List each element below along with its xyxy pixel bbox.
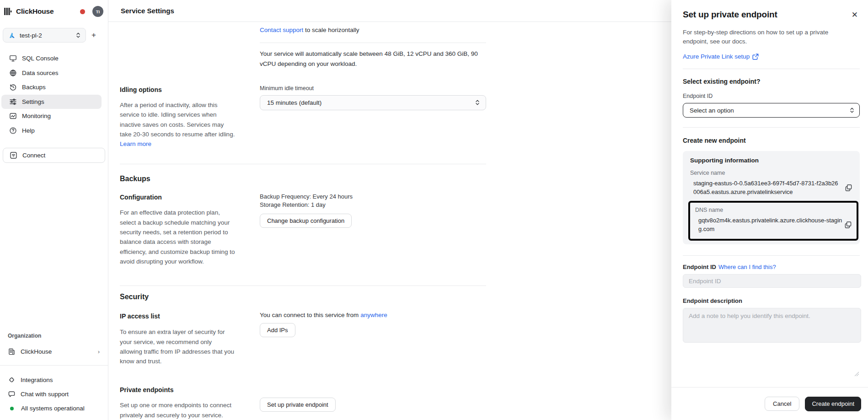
service-selector-row: test-pl-2 + <box>3 28 108 43</box>
idling-description: After a period of inactivity, allow this… <box>120 100 235 149</box>
organization-name: ClickHouse <box>21 348 52 355</box>
drawer-body: Set up private endpoint ✕ For step-by-st… <box>671 0 868 387</box>
endpoint-id-select-label: Endpoint ID <box>683 93 860 99</box>
backup-description: For an effective data protection plan, s… <box>120 208 235 266</box>
monitoring-icon <box>9 112 17 120</box>
chevron-up-down-icon <box>849 107 855 113</box>
service-name: test-pl-2 <box>20 32 42 39</box>
add-ips-button[interactable]: Add IPs <box>260 323 295 337</box>
private-endpoints-description: Set up one or more endpoints to connect … <box>120 400 235 420</box>
backup-frequency: Backup Frequency: Every 24 hours <box>260 193 486 201</box>
data-sources-icon <box>9 69 17 77</box>
endpoint-id-field-label: Endpoint ID <box>683 264 716 270</box>
endpoint-id-field-label-row: Endpoint ID Where can I find this? <box>683 264 860 270</box>
brand-row: ClickHouse TI <box>0 5 108 17</box>
private-endpoints-title: Private endpoints <box>120 386 260 393</box>
section-divider <box>120 164 486 164</box>
chat-support-label: Chat with support <box>21 391 69 398</box>
select-existing-title: Select existing endpoint? <box>683 78 860 85</box>
textarea-resize-handle[interactable] <box>855 372 859 376</box>
contact-support-link[interactable]: Contact support <box>260 27 303 33</box>
add-service-button[interactable]: + <box>86 28 102 43</box>
sidebar-item-label: Backups <box>22 84 46 91</box>
drawer-divider <box>683 255 860 256</box>
endpoint-description-textarea[interactable] <box>683 308 861 343</box>
brand-name: ClickHouse <box>16 7 54 16</box>
setup-private-endpoint-button[interactable]: Set up private endpoint <box>260 398 336 412</box>
page-title: Service Settings <box>121 7 174 15</box>
sidebar-divider <box>0 365 108 366</box>
copy-service-name-button[interactable] <box>845 184 852 192</box>
chevron-up-down-icon <box>75 32 81 38</box>
integrations-label: Integrations <box>21 377 53 383</box>
sidebar-item-monitoring[interactable]: Monitoring <box>1 109 102 124</box>
sidebar-item-help[interactable]: Help <box>1 124 102 138</box>
settings-sliders-icon <box>9 98 17 106</box>
supporting-info-card: Supporting information Service name stag… <box>683 151 860 244</box>
connect-label: Connect <box>22 152 45 159</box>
sidebar: ClickHouse TI test-pl-2 + SQL Console <box>0 0 108 420</box>
azure-doc-link[interactable]: Azure Private Link setup <box>683 53 860 60</box>
help-icon <box>9 127 17 135</box>
dns-name-label: DNS name <box>695 207 852 213</box>
chat-support-item[interactable]: Chat with support <box>0 387 108 401</box>
section-divider <box>120 285 486 286</box>
cancel-button[interactable]: Cancel <box>765 397 799 411</box>
organization-switcher[interactable]: ClickHouse › <box>0 345 108 359</box>
create-endpoint-button[interactable]: Create endpoint <box>805 397 861 411</box>
scaling-divider <box>260 43 486 43</box>
sidebar-bottom: Organization ClickHouse › Integrations C… <box>0 333 108 420</box>
backups-icon <box>9 83 17 91</box>
anywhere-link[interactable]: anywhere <box>360 312 387 318</box>
chevron-right-icon: › <box>98 348 100 355</box>
operational-status-icon <box>10 407 14 410</box>
contact-support-rest: to scale horizontally <box>303 27 359 33</box>
external-link-icon <box>752 54 759 60</box>
idle-timeout-select[interactable]: 15 minutes (default) <box>260 95 486 110</box>
sidebar-item-label: Data sources <box>22 70 59 76</box>
sidebar-item-data-sources[interactable]: Data sources <box>1 66 102 81</box>
idle-timeout-value: 15 minutes (default) <box>267 99 321 106</box>
copy-icon <box>845 184 852 192</box>
system-status-item[interactable]: All systems operational <box>0 401 108 415</box>
organization-label: Organization <box>0 333 108 339</box>
integrations-item[interactable]: Integrations <box>0 373 108 387</box>
system-status-label: All systems operational <box>21 405 85 412</box>
ip-access-description: To ensure an extra layer of security for… <box>120 327 235 366</box>
dns-name-value: gqtv8o2m4k.eastus.privatelink.azure.clic… <box>695 216 844 233</box>
ip-access-title: IP access list <box>120 312 260 320</box>
change-backup-config-button[interactable]: Change backup configuration <box>260 214 352 228</box>
drawer-divider <box>683 127 860 128</box>
sidebar-item-label: Settings <box>22 98 44 105</box>
avatar[interactable]: TI <box>92 6 103 17</box>
auto-scale-text: Your service will automatically scale be… <box>260 49 488 69</box>
organization-icon <box>8 348 16 355</box>
drawer-divider <box>683 69 860 69</box>
drawer-intro: For step-by-step directions on how to se… <box>683 28 836 46</box>
backup-config-title: Configuration <box>120 194 260 201</box>
endpoint-description-label: Endpoint description <box>683 297 742 304</box>
service-selector[interactable]: test-pl-2 <box>3 28 86 43</box>
sidebar-item-sql-console[interactable]: SQL Console <box>1 51 102 66</box>
endpoint-id-select[interactable]: Select an option <box>683 103 860 118</box>
learn-more-link[interactable]: Learn more <box>120 140 151 147</box>
private-endpoint-drawer: Set up private endpoint ✕ For step-by-st… <box>671 0 868 420</box>
connect-button[interactable]: Connect <box>3 148 105 163</box>
service-name-value: staging-eastus-0-0.5a631ee3-697f-45d7-87… <box>690 179 841 196</box>
connect-from-line: You can connect to this service from any… <box>260 312 486 318</box>
where-find-link[interactable]: Where can I find this? <box>718 264 776 270</box>
create-new-title: Create new endpoint <box>683 137 860 144</box>
endpoint-id-input[interactable] <box>683 274 861 288</box>
storage-retention: Storage Retention: 1 day <box>260 201 486 209</box>
close-icon[interactable]: ✕ <box>850 10 860 21</box>
sidebar-item-backups[interactable]: Backups <box>1 80 102 95</box>
sidebar-item-label: Monitoring <box>22 113 51 119</box>
idling-title: Idling options <box>120 86 260 93</box>
copy-icon <box>844 221 852 229</box>
connect-icon <box>10 151 17 159</box>
idle-timeout-label: Minimum idle timeout <box>260 85 486 92</box>
copy-dns-name-button[interactable] <box>844 221 852 229</box>
dns-name-row: gqtv8o2m4k.eastus.privatelink.azure.clic… <box>695 216 852 233</box>
contact-support-line: Contact support to scale horizontally <box>260 27 486 33</box>
sidebar-item-settings[interactable]: Settings <box>1 95 102 109</box>
